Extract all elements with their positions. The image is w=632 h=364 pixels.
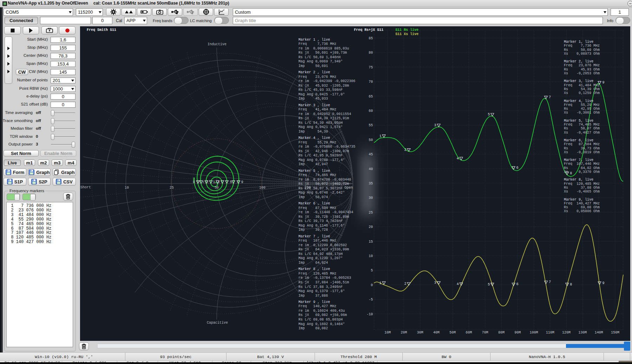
svg-text:30: 30 xyxy=(369,196,373,200)
svg-text:80: 80 xyxy=(369,51,373,55)
svg-text:45: 45 xyxy=(369,153,373,156)
svg-text:9: 9 xyxy=(603,281,605,285)
svg-text:25: 25 xyxy=(170,186,174,190)
svg-text:70: 70 xyxy=(369,80,373,84)
svg-text:35: 35 xyxy=(369,182,373,186)
svg-text:10: 10 xyxy=(125,186,129,190)
svg-text:5: 5 xyxy=(371,269,373,272)
svg-text:80M: 80M xyxy=(498,331,505,335)
svg-text:9: 9 xyxy=(241,180,243,184)
svg-text:15: 15 xyxy=(369,240,373,244)
svg-text:4: 4 xyxy=(456,157,459,161)
svg-text:4: 4 xyxy=(456,282,459,286)
svg-text:25: 25 xyxy=(369,211,373,215)
svg-text:3: 3 xyxy=(434,123,436,127)
svg-text:-5: -5 xyxy=(369,298,373,302)
svg-text:3: 3 xyxy=(434,281,436,285)
svg-text:65: 65 xyxy=(369,95,373,99)
svg-text:1: 1 xyxy=(379,281,381,285)
svg-text:20: 20 xyxy=(369,225,373,229)
svg-text:40M: 40M xyxy=(433,331,440,335)
svg-text:50M: 50M xyxy=(449,331,456,335)
svg-text:150M: 150M xyxy=(611,331,619,335)
svg-text:90M: 90M xyxy=(514,331,521,335)
svg-text:140M: 140M xyxy=(595,331,603,335)
svg-text:60: 60 xyxy=(369,109,373,113)
svg-text:6: 6 xyxy=(516,282,519,286)
svg-text:50: 50 xyxy=(369,138,373,142)
svg-text:Freq Rs+jX S11: Freq Rs+jX S11 xyxy=(354,28,383,32)
svg-text:55: 55 xyxy=(369,123,373,127)
svg-text:0: 0 xyxy=(371,283,373,287)
svg-text:-10: -10 xyxy=(367,312,373,316)
svg-text:60M: 60M xyxy=(466,331,472,335)
svg-text:Inductive: Inductive xyxy=(208,42,226,46)
svg-text:7: 7 xyxy=(549,95,551,99)
svg-text:75: 75 xyxy=(369,66,373,69)
svg-text:6: 6 xyxy=(516,166,519,170)
svg-text:5: 5 xyxy=(488,283,490,287)
svg-text:130M: 130M xyxy=(578,331,587,335)
svg-text:30M: 30M xyxy=(417,331,423,335)
svg-text:7: 7 xyxy=(549,280,551,284)
svg-text:40: 40 xyxy=(369,167,373,171)
svg-text:10: 10 xyxy=(369,254,373,258)
svg-text:Freq Smith S11: Freq Smith S11 xyxy=(87,28,116,32)
svg-text:8: 8 xyxy=(193,180,195,184)
svg-text:8: 8 xyxy=(570,283,572,287)
svg-text:2: 2 xyxy=(404,282,406,286)
svg-text:2: 2 xyxy=(404,148,406,152)
svg-text:S11 Rs live: S11 Rs live xyxy=(395,28,419,32)
svg-text:5: 5 xyxy=(230,180,232,184)
svg-text:5: 5 xyxy=(488,113,490,116)
svg-text:110M: 110M xyxy=(546,331,554,335)
svg-text:20M: 20M xyxy=(401,331,407,335)
svg-text:S11 Xs live: S11 Xs live xyxy=(395,32,419,36)
svg-text:10M: 10M xyxy=(384,331,391,335)
svg-text:100M: 100M xyxy=(529,331,538,335)
svg-text:100: 100 xyxy=(259,186,265,190)
svg-text:85: 85 xyxy=(369,36,373,40)
svg-text:70M: 70M xyxy=(482,331,488,335)
svg-text:9: 9 xyxy=(603,81,605,85)
svg-text:Short: Short xyxy=(80,186,91,189)
svg-text:120M: 120M xyxy=(562,331,571,335)
svg-text:Capacitive: Capacitive xyxy=(207,321,228,325)
svg-text:1: 1 xyxy=(213,180,215,184)
svg-text:50: 50 xyxy=(215,186,219,190)
svg-text:1: 1 xyxy=(379,134,381,138)
